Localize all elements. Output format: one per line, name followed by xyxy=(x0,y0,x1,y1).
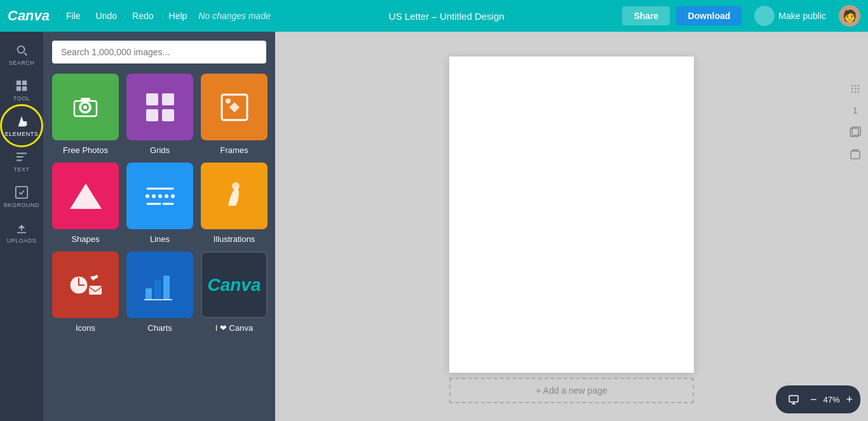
element-card-lines[interactable]: Lines xyxy=(126,163,193,244)
search-input[interactable] xyxy=(52,41,266,63)
header-center: US Letter – Untitled Design xyxy=(278,11,615,22)
sidebar-item-uploads[interactable]: UPLOADS xyxy=(3,216,41,249)
canva-logo[interactable]: Canva xyxy=(8,8,50,24)
grid-tool-icon xyxy=(849,83,862,95)
sidebar-item-text[interactable]: TEXT xyxy=(3,145,41,178)
download-button[interactable]: Download xyxy=(676,6,742,25)
svg-rect-12 xyxy=(146,93,158,105)
make-public-label: Make public xyxy=(778,11,826,21)
present-icon xyxy=(789,394,799,404)
svg-rect-15 xyxy=(162,109,174,121)
svg-point-24 xyxy=(171,194,175,198)
element-label-shapes: Shapes xyxy=(71,234,99,244)
svg-point-43 xyxy=(858,88,860,90)
zoom-bar: − 47% + xyxy=(776,385,860,413)
nav-undo[interactable]: Undo xyxy=(92,8,121,23)
svg-point-27 xyxy=(232,182,240,190)
share-button[interactable]: Share xyxy=(622,6,670,25)
page-number-indicator: 1 xyxy=(853,105,858,116)
svg-rect-3 xyxy=(22,86,27,91)
canvas-page[interactable] xyxy=(449,57,694,373)
element-label-illustrations: Illustrations xyxy=(214,234,255,244)
element-card-i-canva[interactable]: Canva I ❤ Canva xyxy=(201,251,268,333)
svg-point-46 xyxy=(858,91,860,93)
element-card-charts[interactable]: Charts xyxy=(126,251,193,333)
svg-point-39 xyxy=(855,85,857,87)
main-layout: SEARCH TOOL ELEMENTS TEXT BKGROUND UPLOA… xyxy=(0,32,868,421)
sidebar-item-elements-label: ELEMENTS xyxy=(5,131,39,137)
element-icon-icons xyxy=(52,251,119,318)
svg-point-44 xyxy=(851,91,853,93)
canva-brand-text: Canva xyxy=(207,275,261,295)
element-card-free-photos[interactable]: Free Photos xyxy=(52,74,119,155)
sidebar-item-search-label: SEARCH xyxy=(9,60,35,66)
svg-point-22 xyxy=(158,194,162,198)
delete-page-icon[interactable] xyxy=(850,149,861,160)
element-icon-illustrations xyxy=(201,163,268,229)
uploads-icon xyxy=(15,221,29,235)
elements-icon xyxy=(15,114,29,128)
svg-rect-6 xyxy=(16,187,27,198)
search-icon xyxy=(15,43,29,57)
illustrations-svg xyxy=(215,177,254,215)
element-card-illustrations[interactable]: Illustrations xyxy=(201,163,268,244)
sidebar-item-background[interactable]: BKGROUND xyxy=(3,180,41,213)
zoom-plus-button[interactable]: + xyxy=(846,394,853,405)
svg-rect-2 xyxy=(17,86,21,91)
sidebar-item-background-label: BKGROUND xyxy=(4,202,39,208)
nav-file[interactable]: File xyxy=(62,8,85,23)
element-card-icons[interactable]: Icons xyxy=(52,251,119,333)
nav-help[interactable]: Help xyxy=(165,8,191,23)
header-right: Share Download Make public 🧑 xyxy=(622,1,860,30)
background-icon xyxy=(15,185,29,199)
svg-point-41 xyxy=(851,88,853,90)
header: Canva File Undo Redo Help No changes mad… xyxy=(0,0,868,32)
element-icon-lines xyxy=(126,163,193,229)
sidebar-item-uploads-label: UPLOADS xyxy=(7,237,37,244)
svg-point-38 xyxy=(851,85,853,87)
zoom-level: 47% xyxy=(823,395,839,404)
add-page-text: + Add a new page xyxy=(536,385,607,396)
svg-rect-13 xyxy=(162,93,174,105)
sidebar-item-layouts-label: TOOL xyxy=(13,95,30,102)
sidebar-item-search[interactable]: SEARCH xyxy=(3,38,41,71)
sidebar-item-text-label: TEXT xyxy=(13,166,29,173)
element-card-frames[interactable]: Frames xyxy=(201,74,268,155)
grids-svg xyxy=(141,88,179,126)
charts-svg xyxy=(139,264,180,305)
elements-panel: Free Photos Grids xyxy=(43,32,275,421)
svg-rect-10 xyxy=(81,98,90,102)
duplicate-page-icon[interactable] xyxy=(849,126,862,138)
element-label-charts: Charts xyxy=(147,323,172,333)
make-public-button[interactable]: Make public xyxy=(748,1,832,30)
sidebar-item-elements[interactable]: ELEMENTS xyxy=(3,109,41,142)
element-card-shapes[interactable]: Shapes xyxy=(52,163,119,244)
zoom-minus-button[interactable]: − xyxy=(810,394,817,405)
sidebar-item-layouts[interactable]: TOOL xyxy=(3,74,41,107)
add-page-button[interactable]: + Add a new page xyxy=(449,378,694,403)
sidebar: SEARCH TOOL ELEMENTS TEXT BKGROUND UPLOA… xyxy=(0,32,43,421)
layouts-icon xyxy=(15,79,29,93)
svg-rect-0 xyxy=(17,81,21,85)
element-label-grids: Grids xyxy=(150,145,170,155)
svg-point-17 xyxy=(226,98,231,104)
design-title: US Letter – Untitled Design xyxy=(389,11,505,22)
svg-point-42 xyxy=(855,88,857,90)
user-avatar[interactable]: 🧑 xyxy=(839,5,860,27)
svg-rect-35 xyxy=(154,280,161,300)
element-card-grids[interactable]: Grids xyxy=(126,74,193,155)
svg-rect-14 xyxy=(146,109,158,121)
svg-point-20 xyxy=(146,194,149,198)
element-label-icons: Icons xyxy=(76,323,95,333)
present-button[interactable] xyxy=(783,389,804,410)
svg-rect-53 xyxy=(789,396,798,402)
svg-marker-18 xyxy=(70,184,102,209)
icons-svg xyxy=(65,264,106,305)
svg-rect-33 xyxy=(89,286,102,295)
svg-rect-36 xyxy=(163,276,170,300)
lines-svg xyxy=(141,177,179,215)
nav-redo[interactable]: Redo xyxy=(128,8,157,23)
svg-rect-1 xyxy=(22,81,27,85)
right-toolbar: 1 xyxy=(849,83,862,160)
svg-rect-34 xyxy=(146,288,152,300)
